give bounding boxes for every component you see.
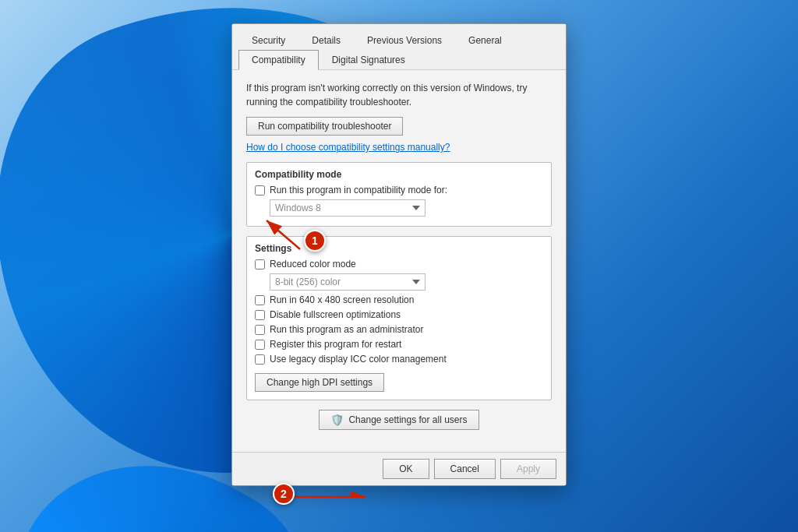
resolution-row: Run in 640 x 480 screen resolution [255, 294, 543, 305]
intro-text: If this program isn't working correctly … [246, 81, 552, 109]
annotation-1: 1 [304, 230, 326, 252]
all-users-label: Change settings for all users [348, 414, 467, 425]
disable-fullscreen-label: Disable fullscreen optimizations [270, 309, 401, 320]
disable-fullscreen-row: Disable fullscreen optimizations [255, 309, 543, 320]
ok-button[interactable]: OK [383, 459, 429, 479]
compatibility-mode-row: Run this program in compatibility mode f… [255, 185, 543, 196]
reduced-color-label: Reduced color mode [270, 259, 356, 270]
compatibility-mode-section: Compatibility mode Run this program in c… [246, 162, 552, 227]
reduced-color-row: Reduced color mode [255, 259, 543, 270]
compatibility-mode-title: Compatibility mode [255, 169, 543, 180]
os-dropdown-row: Windows 8Windows 7Windows VistaWindows X… [270, 199, 543, 217]
icc-checkbox[interactable] [255, 354, 265, 365]
tab-security[interactable]: Security [238, 30, 298, 50]
tab-compatibility[interactable]: Compatibility [238, 50, 319, 70]
tab-details[interactable]: Details [298, 30, 354, 50]
register-restart-checkbox[interactable] [255, 340, 265, 350]
resolution-checkbox[interactable] [255, 295, 265, 305]
register-restart-label: Register this program for restart [270, 339, 401, 350]
color-dropdown-row: 8-bit (256) color16-bit color [270, 273, 543, 291]
properties-dialog: Security Details Previous Versions Gener… [231, 23, 567, 486]
settings-section: Settings Reduced color mode 8-bit (256) … [246, 236, 552, 400]
shield-icon: 🛡️ [330, 414, 344, 426]
os-version-dropdown[interactable]: Windows 8Windows 7Windows VistaWindows X… [270, 199, 425, 217]
manual-settings-link[interactable]: How do I choose compatibility settings m… [246, 142, 552, 153]
icc-label: Use legacy display ICC color management [270, 354, 447, 365]
run-troubleshooter-button[interactable]: Run compatibility troubleshooter [246, 117, 403, 136]
apply-button[interactable]: Apply [500, 459, 556, 479]
color-mode-dropdown[interactable]: 8-bit (256) color16-bit color [270, 273, 425, 291]
tab-general[interactable]: General [455, 30, 515, 50]
disable-fullscreen-checkbox[interactable] [255, 310, 265, 320]
resolution-label: Run in 640 x 480 screen resolution [270, 294, 414, 305]
tab-bar: Security Details Previous Versions Gener… [232, 24, 566, 70]
annotation-2: 2 [273, 483, 295, 505]
compatibility-mode-label: Run this program in compatibility mode f… [270, 185, 447, 196]
all-users-button[interactable]: 🛡️ Change settings for all users [319, 410, 478, 430]
administrator-row: Run this program as an administrator [255, 324, 543, 335]
cancel-button[interactable]: Cancel [434, 459, 496, 479]
compatibility-mode-checkbox[interactable] [255, 185, 265, 196]
tab-previous-versions[interactable]: Previous Versions [354, 30, 455, 50]
reduced-color-checkbox[interactable] [255, 259, 265, 270]
icc-row: Use legacy display ICC color management [255, 354, 543, 365]
change-dpi-button[interactable]: Change high DPI settings [255, 373, 384, 392]
dialog-body: If this program isn't working correctly … [232, 70, 566, 452]
administrator-label: Run this program as an administrator [270, 324, 423, 335]
administrator-checkbox[interactable] [255, 325, 265, 335]
register-restart-row: Register this program for restart [255, 339, 543, 350]
settings-title: Settings [255, 243, 543, 254]
dialog-footer: OK Cancel Apply [232, 452, 566, 485]
tab-digital-signatures[interactable]: Digital Signatures [319, 50, 418, 69]
